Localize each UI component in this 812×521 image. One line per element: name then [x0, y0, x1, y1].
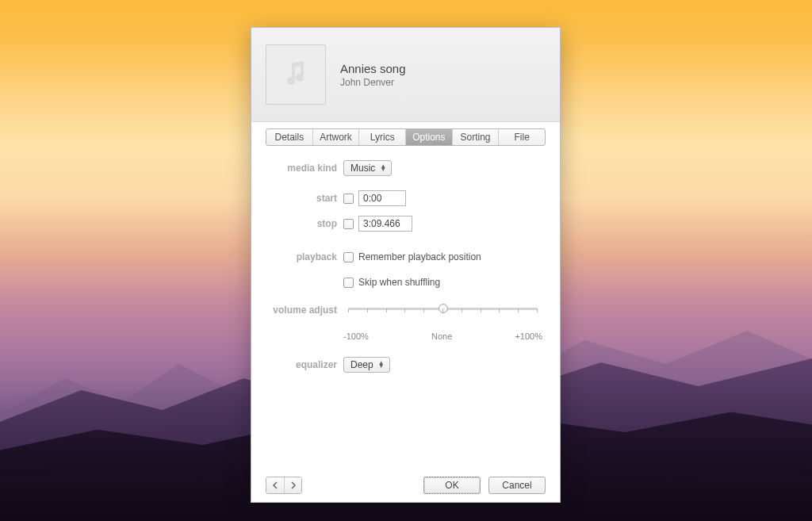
dialog-footer: OK Cancel: [251, 469, 560, 502]
song-info-dialog: Annies song John Denver Details Artwork …: [251, 27, 561, 503]
remember-position-checkbox[interactable]: [343, 252, 354, 262]
playback-label: playback: [269, 251, 343, 262]
tab-lyrics[interactable]: Lyrics: [359, 129, 406, 145]
song-title: Annies song: [340, 62, 406, 75]
start-time-input[interactable]: [358, 190, 406, 206]
media-kind-value: Music: [350, 163, 375, 174]
start-label: start: [269, 193, 343, 204]
volume-adjust-label: volume adjust: [269, 303, 343, 316]
prev-item-button[interactable]: [266, 477, 284, 493]
volume-scale-center: None: [431, 331, 452, 341]
remember-position-label: Remember playback position: [358, 251, 481, 262]
start-checkbox[interactable]: [343, 193, 354, 204]
tab-options[interactable]: Options: [406, 129, 453, 145]
desktop-wallpaper: Annies song John Denver Details Artwork …: [0, 0, 812, 521]
stepper-arrows-icon: ▲▼: [378, 362, 385, 368]
title-block: Annies song John Denver: [340, 62, 406, 88]
artist-name: John Denver: [340, 77, 406, 88]
music-note-icon: [280, 59, 312, 90]
stop-label: stop: [269, 218, 343, 229]
volume-scale-min: -100%: [343, 331, 369, 341]
equalizer-value: Deep: [350, 359, 373, 370]
volume-scale: -100% None +100%: [343, 331, 542, 341]
album-art-placeholder: [266, 44, 326, 105]
dialog-header: Annies song John Denver: [251, 28, 560, 122]
tab-artwork[interactable]: Artwork: [313, 129, 360, 145]
volume-adjust-slider[interactable]: [343, 303, 542, 327]
stop-time-input[interactable]: [358, 216, 412, 232]
next-item-button[interactable]: [284, 477, 301, 493]
equalizer-select[interactable]: Deep ▲▼: [343, 357, 390, 373]
skip-when-shuffling-checkbox[interactable]: [343, 278, 354, 288]
chevron-right-icon: [290, 481, 297, 489]
chevron-left-icon: [272, 481, 278, 489]
cancel-button[interactable]: Cancel: [488, 477, 546, 494]
volume-scale-max: +100%: [515, 331, 542, 341]
stop-checkbox[interactable]: [343, 219, 354, 229]
tab-bar: Details Artwork Lyrics Options Sorting F…: [266, 128, 546, 146]
tab-file[interactable]: File: [499, 129, 545, 145]
prev-next-buttons: [266, 477, 302, 494]
tab-sorting[interactable]: Sorting: [453, 129, 500, 145]
media-kind-select[interactable]: Music ▲▼: [343, 160, 392, 176]
tab-details[interactable]: Details: [266, 129, 313, 145]
equalizer-label: equalizer: [269, 359, 343, 370]
media-kind-label: media kind: [269, 163, 343, 174]
stepper-arrows-icon: ▲▼: [380, 165, 386, 171]
skip-when-shuffling-label: Skip when shuffling: [358, 277, 440, 288]
ok-button[interactable]: OK: [423, 477, 481, 494]
dialog-body: media kind Music ▲▼ start stop: [251, 146, 560, 374]
